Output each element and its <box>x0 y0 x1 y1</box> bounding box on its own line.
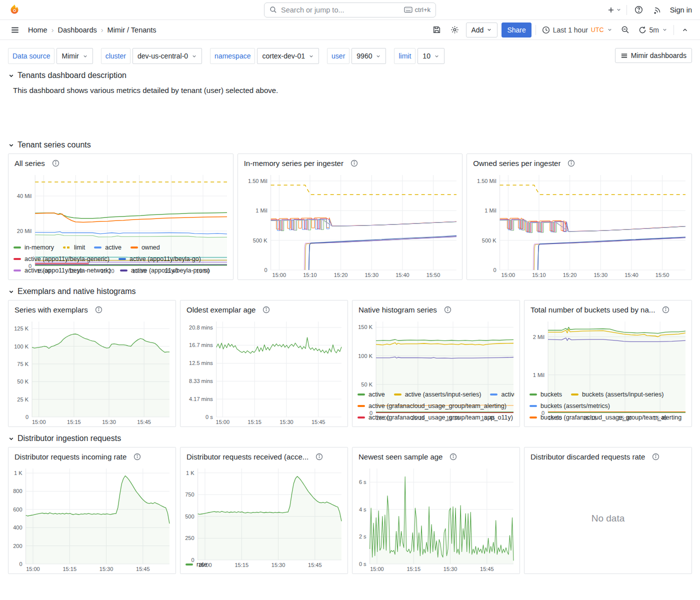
legend-item[interactable]: in-memory <box>14 244 54 251</box>
legend-item[interactable]: active <box>358 391 385 398</box>
refresh-picker[interactable]: 5m <box>636 26 670 34</box>
sign-in-button[interactable]: Sign in <box>670 6 692 14</box>
legend-item[interactable]: limit <box>63 244 85 251</box>
info-icon[interactable] <box>52 160 60 167</box>
legend-label: active <box>501 391 514 398</box>
mimir-dashboards-button[interactable]: Mimir dashboards <box>615 48 692 63</box>
legend-item[interactable]: buckets (asserts/input-series) <box>571 391 664 398</box>
panel-title[interactable]: Distributor requests received (acce... <box>186 452 308 461</box>
mega-menu-icon[interactable] <box>8 23 22 37</box>
dashboard-settings-icon[interactable] <box>448 23 462 37</box>
legend-item[interactable]: buckets (asserts/metrics) <box>530 402 610 410</box>
info-icon[interactable] <box>262 306 270 314</box>
datasource-dropdown[interactable]: Mimir <box>56 48 92 64</box>
panel-title[interactable]: Total number of buckets used by na... <box>530 306 655 314</box>
section-distributor[interactable]: Distributor ingestion requests <box>8 434 692 443</box>
y-axis-label: 50 K <box>17 378 28 384</box>
chart-newest-sample-age[interactable]: 15:0015:1515:3015:450 s2 s4 s6 s <box>354 464 516 574</box>
breadcrumb-separator: › <box>52 26 54 34</box>
info-icon[interactable] <box>662 306 670 314</box>
help-icon[interactable] <box>632 3 646 17</box>
y-axis-label: 4 s <box>359 506 366 512</box>
panel-title[interactable]: Native histogram series <box>358 306 437 314</box>
y-axis-label: 1 Mil <box>256 208 267 214</box>
chart-series-with-exemplars[interactable]: 15:0015:1515:3015:45025 K50 K75 K100 K12… <box>10 318 172 426</box>
breadcrumb-dashboards[interactable]: Dashboards <box>58 26 97 34</box>
namespace-dropdown[interactable]: cortex-dev-01 <box>257 48 319 64</box>
y-axis-label: 250 <box>185 535 194 541</box>
panel-title[interactable]: Series with exemplars <box>14 306 88 314</box>
legend-item[interactable]: active <box>94 244 122 251</box>
description-text: This dashboard shows various metrics det… <box>13 86 692 94</box>
chart-native-histogram-series[interactable]: 15:0015:1515:3015:45050 K100 K150 K <box>354 318 516 388</box>
legend-label: active (appo11y/beyla-generic) <box>24 256 110 262</box>
legend-item[interactable]: active (appo11y/beyla-network) <box>14 267 111 274</box>
info-icon[interactable] <box>134 453 141 460</box>
section-tenant-series[interactable]: Tenant series counts <box>8 140 692 150</box>
info-icon[interactable] <box>444 306 452 314</box>
save-dashboard-icon[interactable] <box>430 23 444 37</box>
y-axis-label: 2 s <box>359 534 366 540</box>
legend-label: limit <box>74 244 85 251</box>
search-input[interactable]: Search or jump to... ctrl+k <box>264 2 436 18</box>
grafana-logo[interactable] <box>8 4 21 16</box>
collapse-toolbar-icon[interactable] <box>678 23 692 37</box>
chart-owned-series[interactable]: 15:0015:1015:2015:3015:4015:500500 K1 Mi… <box>469 171 688 280</box>
x-axis-label: 15:45 <box>312 419 326 425</box>
section-title: Distributor ingestion requests <box>18 434 121 443</box>
add-panel-button[interactable]: Add <box>466 22 498 38</box>
info-icon[interactable] <box>450 453 457 460</box>
panel-title[interactable]: Newest seen sample age <box>358 452 442 461</box>
share-button[interactable]: Share <box>502 22 531 38</box>
chart-canvas: 15:0015:1515:3015:45025 K50 K75 K100 K12… <box>10 318 172 426</box>
legend-item[interactable]: buckets (grafanacloud_usage_group/team_a… <box>530 414 682 421</box>
info-icon[interactable] <box>316 453 323 460</box>
legend-item[interactable]: owned <box>130 244 160 251</box>
legend-item[interactable]: active (appo11y/beyla-prom) <box>120 267 210 274</box>
chart-total-buckets[interactable]: 15:0015:1515:3015:4501 Mil2 Mil <box>526 318 688 388</box>
panel-title[interactable]: In-memory series per ingester <box>244 159 344 168</box>
info-icon[interactable] <box>652 453 660 460</box>
section-exemplars[interactable]: Exemplars and native histograms <box>8 287 692 296</box>
add-new-button[interactable] <box>607 6 622 14</box>
legend-item[interactable]: active (grafanacloud_usage_group/team_ap… <box>358 414 513 421</box>
variable-user: user 9960 <box>327 48 386 64</box>
panel-title[interactable]: Distributor requests incoming rate <box>14 452 126 461</box>
news-icon[interactable] <box>651 3 665 17</box>
panel-title[interactable]: Oldest exemplar age <box>186 306 256 314</box>
series-line <box>538 238 686 270</box>
legend-item[interactable]: active (grafanacloud_usage_group/team_al… <box>358 402 506 410</box>
section-title: Tenants dashboard description <box>18 71 126 80</box>
user-dropdown[interactable]: 9960 <box>352 48 386 64</box>
y-axis-label: 800 <box>13 488 22 494</box>
time-range-picker[interactable]: Last 1 hour UTC <box>540 26 614 34</box>
legend-item[interactable]: active <box>490 391 514 398</box>
breadcrumb-current[interactable]: Mimir / Tenants <box>108 26 156 34</box>
chart-all-series[interactable]: 15:0015:1015:2015:3015:4015:50020 Mil40 … <box>10 171 230 241</box>
chart-incoming-rate[interactable]: 15:0015:1515:3015:4502004006008001 K <box>10 464 172 574</box>
chart-oldest-exemplar-age[interactable]: 15:0015:1515:3015:450 s4.17 mins8.33 min… <box>182 318 344 426</box>
panel-title[interactable]: Owned series per ingester <box>473 159 560 168</box>
legend-item[interactable]: buckets <box>530 391 562 398</box>
cluster-dropdown[interactable]: dev-us-central-0 <box>132 48 202 64</box>
panel-title[interactable]: All series <box>14 159 45 168</box>
legend-item[interactable]: active (asserts/input-series) <box>394 391 482 398</box>
info-icon[interactable] <box>568 160 575 167</box>
chart-received-rate[interactable]: 15:0015:1515:3015:4502505007501 K <box>182 464 344 558</box>
x-axis-label: 15:30 <box>364 272 378 278</box>
section-description[interactable]: Tenants dashboard description <box>8 71 692 80</box>
chart-in-memory-series[interactable]: 15:0015:1015:2015:3015:4015:500500 K1 Mi… <box>240 171 460 280</box>
zoom-out-time-icon[interactable] <box>618 23 632 37</box>
y-axis-label: 100 K <box>358 353 372 359</box>
limit-dropdown[interactable]: 10 <box>418 48 444 64</box>
legend-item[interactable]: active (appo11y/beyla-go) <box>118 256 201 262</box>
info-icon[interactable] <box>350 160 358 167</box>
panel-title[interactable]: Distributor discarded requests rate <box>530 452 645 461</box>
breadcrumb-home[interactable]: Home <box>28 26 48 34</box>
divider <box>674 25 674 35</box>
legend-swatch <box>530 394 537 396</box>
x-axis-label: 15:30 <box>594 272 608 278</box>
info-icon[interactable] <box>95 306 102 314</box>
legend-item[interactable]: active (appo11y/beyla-generic) <box>14 256 110 262</box>
legend-item[interactable]: rate <box>186 561 208 568</box>
